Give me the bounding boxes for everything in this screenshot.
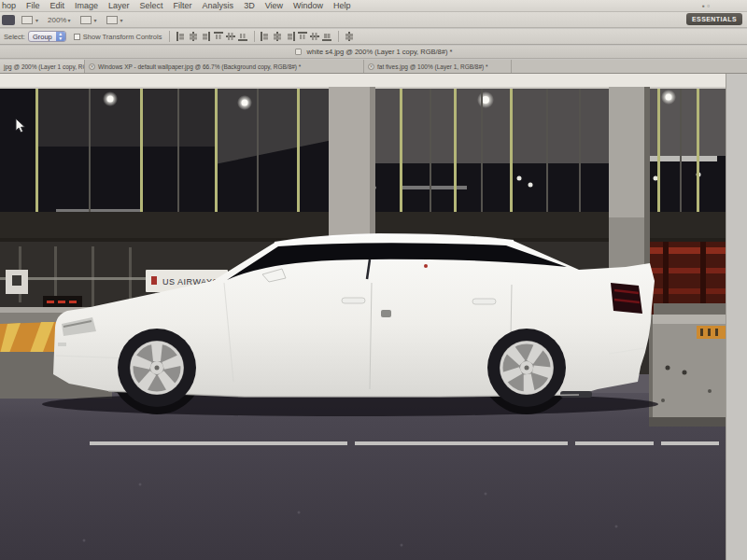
tab-windows-xp-wallpaper[interactable]: × Windows XP - default wallpaper.jpg @ 6… — [85, 60, 364, 73]
application-bar: ▾ 200% ▾ ▾ ▾ ESSENTIALS ▪ ▫ — [0, 12, 747, 28]
distribute-top-edges-icon[interactable] — [298, 32, 307, 41]
menu-image[interactable]: Image — [75, 1, 98, 10]
tool-options-bar: Select: Group ▲▼ Show Transform Controls — [0, 29, 747, 45]
front-door-handle — [342, 298, 365, 303]
show-transform-controls-label: Show Transform Controls — [83, 33, 162, 41]
close-icon[interactable]: × — [89, 63, 95, 70]
distribute-horizontal-centers-icon[interactable] — [273, 32, 282, 41]
menu-select[interactable]: Select — [140, 1, 163, 10]
distribute-bottom-edges-icon[interactable] — [322, 32, 331, 41]
menu-3d[interactable]: 3D — [244, 1, 255, 10]
document-close-icon[interactable] — [295, 49, 302, 55]
rear-wheel — [487, 329, 566, 407]
divider — [169, 31, 170, 42]
chevron-down-icon: ▾ — [94, 17, 97, 23]
menu-window[interactable]: Window — [293, 1, 323, 10]
mouse-cursor-icon — [15, 118, 27, 133]
align-right-edges-icon[interactable] — [201, 32, 210, 41]
divider — [338, 31, 339, 42]
menu-filter[interactable]: Filter — [174, 1, 192, 10]
lane-marking — [90, 441, 719, 445]
right-concrete-barrier — [649, 315, 726, 427]
document-canvas[interactable]: US AIRWAYS — [0, 74, 747, 560]
red-structure — [649, 242, 726, 316]
arrange-documents-button[interactable]: ▾ — [80, 16, 97, 24]
workspace-essentials-button[interactable]: ESSENTIALS — [686, 13, 742, 25]
menu-file[interactable]: File — [26, 1, 40, 10]
show-transform-controls-checkbox[interactable] — [74, 34, 80, 40]
zoom-level-value: 200% — [48, 16, 66, 24]
screen-mode-icon — [106, 16, 118, 24]
tab-white-s4[interactable]: jpg @ 200% (Layer 1 copy, RGB/8#) * — [0, 60, 85, 73]
chevron-down-icon: ▾ — [67, 17, 70, 23]
align-left-edges-icon[interactable] — [176, 32, 186, 41]
photo-right-edge — [726, 74, 726, 560]
select-mode-label: Select: — [4, 33, 25, 41]
tab-bar-filler — [512, 60, 747, 73]
close-icon[interactable]: × — [368, 63, 374, 70]
arrange-documents-icon — [80, 16, 92, 24]
align-top-edges-icon[interactable] — [214, 32, 223, 41]
menu-bar: hop File Edit Image Layer Select Filter … — [0, 0, 747, 12]
taillight — [611, 283, 642, 314]
tab-label: fat fives.jpg @ 100% (Layer 1, RGB/8#) * — [377, 63, 488, 70]
chevron-down-icon: ▾ — [120, 17, 123, 23]
align-horizontal-centers-icon[interactable] — [189, 32, 198, 41]
bridge-icon — [21, 16, 33, 24]
tab-label: Windows XP - default wallpaper.jpg @ 66.… — [98, 63, 301, 70]
divider — [254, 31, 255, 42]
align-vertical-centers-icon[interactable] — [226, 32, 235, 41]
document-tab-bar: jpg @ 200% (Layer 1 copy, RGB/8#) * × Wi… — [0, 60, 747, 74]
photo-white-s4: US AIRWAYS — [0, 74, 726, 560]
concrete-pillar-left — [329, 87, 375, 244]
dropdown-stepper-icon: ▲▼ — [56, 31, 65, 42]
document-title-bar[interactable]: white s4.jpg @ 200% (Layer 1 copy, RGB/8… — [0, 46, 747, 59]
rear-door-handle — [472, 299, 496, 304]
menu-analysis[interactable]: Analysis — [203, 1, 234, 10]
auto-align-layers-icon[interactable] — [345, 32, 354, 41]
menu-view[interactable]: View — [265, 1, 283, 10]
distribute-vertical-centers-icon[interactable] — [310, 32, 319, 41]
titlebar-widget-icons: ▪ ▫ — [702, 2, 710, 10]
zoom-level-dropdown[interactable]: 200% ▾ — [48, 16, 70, 24]
screen-mode-button[interactable]: ▾ — [106, 16, 123, 24]
select-mode-value: Group — [29, 33, 56, 41]
document-title: white s4.jpg @ 200% (Layer 1 copy, RGB/8… — [307, 48, 453, 56]
interior-red-light — [424, 264, 428, 268]
align-bottom-edges-icon[interactable] — [238, 32, 247, 41]
chevron-down-icon: ▾ — [35, 17, 38, 23]
distribute-right-edges-icon[interactable] — [286, 32, 295, 41]
menu-edit[interactable]: Edit — [50, 1, 65, 10]
menu-photoshop[interactable]: hop — [2, 1, 16, 10]
photoshop-app-icon — [2, 15, 15, 25]
tab-label: jpg @ 200% (Layer 1 copy, RGB/8#) * — [4, 63, 85, 70]
menu-help[interactable]: Help — [333, 1, 351, 10]
front-wheel — [118, 329, 196, 407]
menu-layer[interactable]: Layer — [108, 1, 130, 10]
launch-bridge-button[interactable]: ▾ — [21, 16, 38, 24]
fender-badge — [381, 310, 391, 317]
building-top-beam — [0, 74, 726, 89]
select-mode-dropdown[interactable]: Group ▲▼ — [28, 31, 66, 42]
distribute-left-edges-icon[interactable] — [261, 32, 270, 41]
tab-fat-fives[interactable]: × fat fives.jpg @ 100% (Layer 1, RGB/8#)… — [364, 60, 512, 73]
front-marker-light — [58, 343, 66, 346]
